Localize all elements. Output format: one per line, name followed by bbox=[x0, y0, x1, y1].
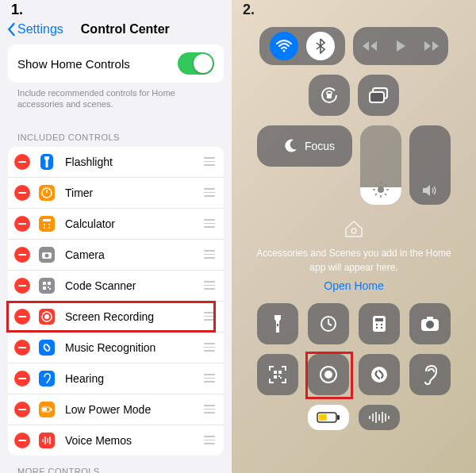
svg-rect-15 bbox=[48, 282, 51, 285]
remove-button[interactable] bbox=[14, 278, 30, 294]
svg-line-52 bbox=[375, 194, 377, 195]
control-row-ear: Hearing bbox=[8, 363, 224, 394]
svg-point-7 bbox=[48, 224, 50, 225]
remove-button[interactable] bbox=[14, 371, 30, 386]
svg-rect-14 bbox=[43, 282, 46, 285]
qr-scanner-button[interactable] bbox=[257, 354, 298, 395]
svg-rect-72 bbox=[280, 377, 282, 379]
reorder-handle[interactable] bbox=[203, 312, 216, 321]
svg-rect-5 bbox=[43, 219, 51, 221]
svg-point-74 bbox=[324, 371, 332, 379]
sun-icon bbox=[372, 181, 390, 198]
control-label: Voice Memos bbox=[65, 434, 203, 447]
included-controls-list: FlashlightTimerCalculatorCameraCode Scan… bbox=[8, 147, 224, 456]
remove-button[interactable] bbox=[14, 154, 30, 170]
svg-line-50 bbox=[375, 184, 377, 186]
rewind-icon[interactable] bbox=[361, 40, 378, 52]
rotation-lock-button[interactable] bbox=[309, 75, 350, 116]
step-2-label: 2. bbox=[243, 2, 255, 18]
wifi-icon[interactable] bbox=[270, 32, 298, 60]
calculator-icon bbox=[36, 213, 57, 234]
bluetooth-icon[interactable] bbox=[306, 32, 335, 60]
svg-rect-18 bbox=[49, 288, 51, 290]
reorder-handle[interactable] bbox=[203, 250, 216, 259]
remove-button[interactable] bbox=[14, 216, 30, 232]
reorder-handle[interactable] bbox=[203, 219, 216, 228]
record-icon bbox=[36, 306, 57, 327]
brightness-slider[interactable] bbox=[360, 125, 401, 205]
svg-rect-28 bbox=[39, 433, 55, 448]
svg-rect-55 bbox=[277, 324, 278, 326]
settings-panel: 1. Settings Control Center Show Home Con… bbox=[0, 0, 232, 473]
svg-point-54 bbox=[351, 229, 356, 233]
connectivity-tile[interactable] bbox=[259, 27, 345, 65]
reorder-handle[interactable] bbox=[203, 405, 216, 413]
voice-memos-button[interactable] bbox=[359, 405, 400, 430]
volume-slider[interactable] bbox=[409, 125, 451, 205]
remove-button[interactable] bbox=[14, 309, 30, 325]
svg-rect-66 bbox=[427, 317, 433, 320]
calculator-button[interactable] bbox=[359, 303, 400, 344]
timer-button[interactable] bbox=[308, 303, 349, 344]
control-label: Calculator bbox=[65, 217, 203, 230]
flashlight-button[interactable] bbox=[257, 303, 298, 344]
back-button[interactable]: Settings bbox=[6, 22, 63, 37]
remove-button[interactable] bbox=[14, 247, 30, 263]
remove-button[interactable] bbox=[14, 433, 30, 448]
screen-recording-button[interactable] bbox=[308, 354, 349, 395]
play-icon[interactable] bbox=[395, 40, 406, 52]
svg-point-61 bbox=[376, 324, 378, 325]
focus-button[interactable]: Focus bbox=[257, 125, 352, 167]
wave-icon bbox=[36, 430, 57, 451]
svg-point-75 bbox=[371, 367, 387, 383]
timer-icon bbox=[36, 183, 57, 203]
svg-rect-13 bbox=[39, 278, 55, 294]
remove-button[interactable] bbox=[14, 340, 30, 356]
svg-rect-69 bbox=[278, 371, 282, 374]
control-row-calculator: Calculator bbox=[8, 209, 224, 240]
speaker-icon bbox=[421, 183, 439, 198]
svg-point-6 bbox=[44, 224, 45, 225]
home-controls-card: Show Home Controls bbox=[8, 44, 224, 83]
svg-rect-26 bbox=[51, 408, 52, 410]
shazam-button[interactable] bbox=[359, 354, 400, 395]
more-header: MORE CONTROLS bbox=[0, 456, 232, 473]
control-row-record: Screen Recording bbox=[8, 302, 224, 333]
svg-line-58 bbox=[328, 324, 332, 325]
forward-icon[interactable] bbox=[423, 40, 440, 52]
hearing-button[interactable] bbox=[409, 354, 451, 395]
page-title: Control Center bbox=[81, 22, 170, 37]
chevron-left-icon bbox=[6, 22, 16, 37]
svg-point-12 bbox=[45, 253, 49, 257]
svg-rect-60 bbox=[375, 318, 383, 321]
control-label: Camera bbox=[65, 248, 203, 261]
remove-button[interactable] bbox=[14, 402, 30, 417]
ear-icon bbox=[36, 368, 57, 389]
screen-mirroring-button[interactable] bbox=[358, 75, 399, 116]
camera-button[interactable] bbox=[409, 303, 451, 344]
svg-rect-16 bbox=[43, 286, 46, 290]
remove-button[interactable] bbox=[14, 185, 30, 201]
control-row-timer: Timer bbox=[8, 178, 224, 209]
control-row-battery: Low Power Mode bbox=[8, 394, 224, 425]
svg-point-62 bbox=[381, 324, 382, 325]
reorder-handle[interactable] bbox=[203, 436, 216, 444]
media-controls-tile[interactable] bbox=[353, 27, 448, 65]
reorder-handle[interactable] bbox=[203, 281, 216, 290]
show-home-controls-toggle[interactable] bbox=[178, 52, 214, 75]
svg-rect-68 bbox=[274, 371, 277, 374]
control-row-shazam: Music Recognition bbox=[8, 333, 224, 363]
svg-rect-27 bbox=[43, 408, 47, 411]
control-row-flashlight: Flashlight bbox=[8, 147, 224, 178]
control-label: Hearing bbox=[65, 372, 203, 385]
qr-icon bbox=[36, 275, 57, 296]
reorder-handle[interactable] bbox=[203, 157, 216, 166]
open-home-link[interactable]: Open Home bbox=[324, 279, 383, 292]
reorder-handle[interactable] bbox=[203, 343, 216, 352]
reorder-handle[interactable] bbox=[203, 188, 216, 197]
control-row-camera: Camera bbox=[8, 240, 224, 271]
control-row-wave: Voice Memos bbox=[8, 425, 224, 456]
low-power-mode-button[interactable] bbox=[308, 405, 349, 430]
reorder-handle[interactable] bbox=[203, 374, 216, 383]
step-1-label: 1. bbox=[11, 2, 23, 18]
